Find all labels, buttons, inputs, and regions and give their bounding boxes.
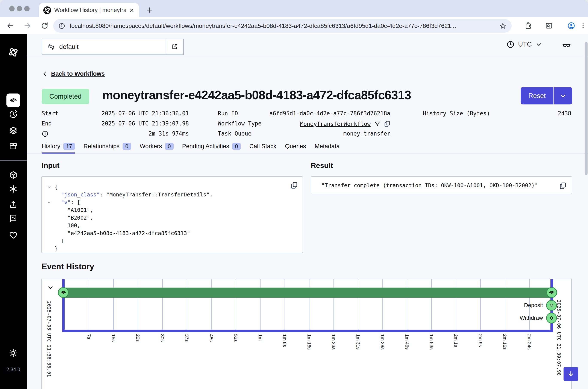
download-history-button[interactable] <box>563 367 578 381</box>
json-code-line: ] <box>47 237 213 245</box>
workflow-tabs: History17Relationships0Workers0Pending A… <box>42 141 340 154</box>
sidebar-item-nexus[interactable] <box>0 184 27 194</box>
chevron-down-icon <box>47 284 54 291</box>
tab-history[interactable]: History17 <box>42 141 75 154</box>
end-label: End <box>42 120 52 127</box>
app-version: 2.34.0 <box>0 367 27 372</box>
schedules-clock-icon <box>9 110 18 119</box>
sidebar-divider <box>0 161 27 161</box>
tab-queries[interactable]: Queries <box>285 141 306 154</box>
history-size-value: 2438 <box>507 110 571 117</box>
start-label: Start <box>42 110 58 117</box>
reset-button[interactable]: Reset <box>521 87 553 104</box>
sidebar-item-import-export[interactable] <box>0 200 27 209</box>
workflow-execution-span[interactable] <box>63 288 552 298</box>
bookmark-star-icon[interactable] <box>499 22 506 30</box>
sidebar-item-docs[interactable] <box>0 214 27 223</box>
tab-count-badge: 0 <box>165 143 173 150</box>
tab-close-icon[interactable] <box>129 7 135 13</box>
timeline-tick-label: 1m 15s <box>306 334 312 350</box>
menu-dots-icon[interactable] <box>580 22 586 30</box>
tab-search-icon[interactable] <box>545 22 553 30</box>
task-queue-link[interactable]: money-transfer <box>343 130 390 137</box>
timeline-gridline <box>358 279 358 331</box>
timeline-tick-label: 2m 16s <box>502 334 508 350</box>
reload-icon[interactable] <box>41 22 48 30</box>
url-text: localhost:8080/namespaces/default/workfl… <box>70 23 494 29</box>
temporal-logo[interactable] <box>0 47 27 58</box>
labs-mode-toggle[interactable] <box>562 40 571 51</box>
sidebar-item-batch-operations[interactable] <box>0 126 27 135</box>
back-to-workflows-link[interactable]: Back to Workflows <box>42 70 105 77</box>
workflow-end-marker[interactable] <box>546 287 557 298</box>
task-queue-label: Task Queue <box>218 130 251 137</box>
copy-icon[interactable] <box>384 120 390 128</box>
theme-toggle[interactable] <box>0 349 27 357</box>
url-bar[interactable]: localhost:8080/namespaces/default/workfl… <box>53 19 512 32</box>
site-info-icon[interactable] <box>58 23 65 29</box>
workflow-start-marker[interactable] <box>58 287 69 298</box>
run-id-value: a6fd95d1-da0c-4d2e-a77c-786f3d76218a <box>261 110 390 117</box>
timeline-gridline <box>334 279 334 331</box>
tab-relationships[interactable]: Relationships0 <box>83 141 131 154</box>
back-icon[interactable] <box>6 22 14 30</box>
collapse-chevron-icon[interactable] <box>47 183 55 191</box>
tab-call-stack[interactable]: Call Stack <box>249 141 277 154</box>
extensions-icon[interactable] <box>524 22 532 30</box>
json-code-line: "json_class": "MoneyTransfer::TransferDe… <box>47 191 213 198</box>
detail-row-end: End 2025-07-06 UTC 21:39:07.98 Workflow … <box>42 120 571 128</box>
timeline-gridline <box>260 279 261 331</box>
page-title: moneytransfer-e4242aa5-b08d-4183-a472-df… <box>102 88 411 102</box>
timeline-gridline <box>138 279 138 331</box>
timeline-gridline <box>89 279 89 331</box>
history-size-label: History Size (Bytes) <box>423 110 490 117</box>
tab-workers[interactable]: Workers0 <box>140 141 173 154</box>
timeline-gridline <box>382 279 383 331</box>
filter-funnel-icon[interactable] <box>374 121 380 127</box>
withdraw-activity-marker[interactable] <box>546 313 557 323</box>
copy-icon[interactable] <box>559 182 567 190</box>
profile-avatar-icon[interactable] <box>567 22 575 30</box>
deposit-activity-marker[interactable] <box>546 300 557 311</box>
tab-count-badge: 0 <box>123 143 131 150</box>
external-link-icon <box>171 43 178 50</box>
back-link-label: Back to Workflows <box>51 70 105 77</box>
sidebar-item-archive[interactable] <box>0 142 27 151</box>
window-close-button[interactable] <box>9 6 15 11</box>
tab-label: Workers <box>140 143 162 150</box>
timeline-expand-button[interactable] <box>45 283 55 292</box>
diamond-icon <box>549 316 554 320</box>
window-minimize-button[interactable] <box>17 6 22 11</box>
copy-icon[interactable] <box>291 181 298 190</box>
new-tab-button[interactable] <box>144 5 155 15</box>
timeline-tick-label: 1m 38s <box>380 334 385 350</box>
browser-tab[interactable]: Workflow History | moneytran <box>39 3 139 17</box>
page-scrollbar[interactable] <box>585 42 588 175</box>
json-code-line: "B2002", <box>47 214 213 222</box>
upload-icon <box>9 200 18 209</box>
tab-label: Call Stack <box>249 143 277 150</box>
timezone-picker[interactable]: UTC <box>506 40 543 48</box>
collapse-chevron-icon[interactable] <box>47 198 55 206</box>
namespace-open-button[interactable] <box>166 39 184 55</box>
forward-icon[interactable] <box>24 22 31 30</box>
workflow-type-label: Workflow Type <box>218 120 262 127</box>
sidebar-item-schedules[interactable] <box>0 110 27 119</box>
tab-metadata[interactable]: Metadata <box>315 141 340 154</box>
sidebar-item-feedback[interactable] <box>0 231 27 240</box>
timeline-tick-label: 15s <box>110 334 116 342</box>
timeline-tick-label: 2m 9s <box>478 334 483 347</box>
sidebar-item-namespaces[interactable] <box>0 171 27 180</box>
reset-menu-button[interactable] <box>554 87 572 104</box>
main-panel: default UTC <box>27 34 588 389</box>
timezone-value: UTC <box>518 40 532 48</box>
workflow-type-link[interactable]: MoneyTransferWorkflow <box>300 121 371 127</box>
window-zoom-button[interactable] <box>24 6 30 11</box>
tab-pending-activities[interactable]: Pending Activities0 <box>182 141 241 154</box>
namespace-selector[interactable]: default <box>42 39 166 55</box>
chevron-left-icon <box>42 71 48 77</box>
timeline-gridline <box>162 279 163 331</box>
sidebar-item-workflows[interactable] <box>6 94 20 107</box>
timeline-tick-label: 1m 46s <box>404 334 410 350</box>
tab-count-badge: 17 <box>63 143 75 150</box>
